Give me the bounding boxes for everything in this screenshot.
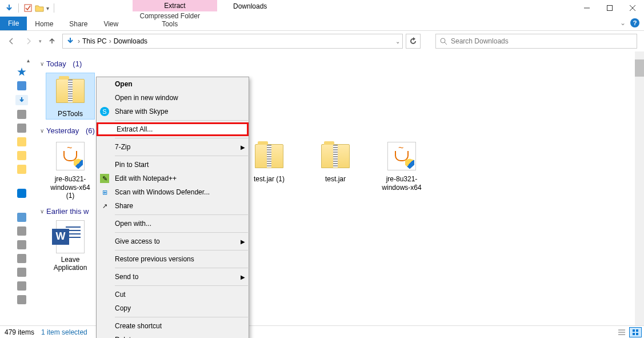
menu-7zip[interactable]: 7-Zip▶: [97, 140, 249, 154]
close-button[interactable]: [621, 0, 644, 16]
menu-share-skype[interactable]: SShare with Skype: [97, 105, 249, 118]
folder-down-icon: [5, 3, 14, 13]
nav-item[interactable]: [17, 81, 26, 90]
file-leave-application[interactable]: Leave Application: [46, 220, 95, 272]
tab-compressed-folder-tools[interactable]: Compressed Folder Tools: [127, 10, 212, 30]
menu-copy[interactable]: Copy: [97, 301, 249, 315]
svg-rect-11: [636, 329, 638, 332]
nav-this-pc[interactable]: [17, 213, 26, 222]
nav-item[interactable]: [17, 165, 26, 174]
menu-create-shortcut[interactable]: Create shortcut: [97, 319, 249, 333]
scrollbar-thumb[interactable]: [635, 59, 644, 77]
menu-delete[interactable]: Delete: [97, 333, 249, 338]
up-button[interactable]: [45, 34, 59, 48]
nav-item[interactable]: [17, 281, 26, 291]
breadcrumb-this-pc[interactable]: This PC: [82, 37, 107, 45]
search-input[interactable]: [451, 37, 633, 45]
chevron-down-icon[interactable]: ∨: [40, 61, 44, 67]
skype-icon: S: [100, 107, 109, 116]
refresh-button[interactable]: [406, 34, 421, 49]
word-doc-icon: [56, 220, 85, 253]
qat-properties-icon[interactable]: [23, 3, 33, 13]
tab-view[interactable]: View: [95, 18, 126, 30]
chevron-down-icon[interactable]: ∨: [40, 128, 44, 134]
svg-rect-0: [25, 5, 31, 11]
java-exe-icon: [56, 142, 85, 170]
minimize-button[interactable]: [575, 0, 598, 16]
chevron-right-icon[interactable]: ›: [109, 37, 111, 45]
menu-send-to[interactable]: Send to▶: [97, 270, 249, 284]
file-jre-1[interactable]: jre-8u321-windows-x64 (1): [46, 140, 95, 200]
downloads-folder-icon: [65, 36, 75, 46]
menu-give-access[interactable]: Give access to▶: [97, 234, 249, 248]
scroll-up-icon[interactable]: ▴: [27, 57, 30, 63]
qat-dropdown-icon[interactable]: ▾: [46, 5, 49, 11]
nav-quick-access[interactable]: [17, 67, 26, 77]
submenu-arrow-icon: ▶: [241, 238, 245, 245]
java-exe-icon: [387, 142, 416, 170]
file-testjar-1[interactable]: test.jar (1): [245, 140, 294, 200]
nav-item[interactable]: [17, 137, 26, 146]
nav-item[interactable]: [17, 295, 26, 304]
menu-open-with[interactable]: Open with...: [97, 217, 249, 230]
maximize-button[interactable]: [598, 0, 621, 16]
submenu-arrow-icon: ▶: [241, 144, 245, 150]
nav-item[interactable]: [17, 254, 26, 263]
menu-open[interactable]: Open: [97, 77, 249, 91]
defender-icon: ⊞: [100, 188, 109, 197]
vertical-scrollbar[interactable]: [635, 51, 644, 325]
group-today[interactable]: ∨ Today (1): [40, 59, 639, 68]
nav-item[interactable]: [17, 268, 26, 277]
svg-point-5: [441, 38, 445, 43]
back-button[interactable]: [5, 34, 18, 48]
menu-restore-previous[interactable]: Restore previous versions: [97, 252, 249, 266]
help-icon[interactable]: ?: [630, 18, 639, 27]
nav-onedrive[interactable]: [17, 189, 26, 198]
context-menu: Open Open in new window SShare with Skyp…: [96, 77, 249, 338]
menu-share[interactable]: ↗Share: [97, 199, 249, 213]
folder-icon: [35, 3, 44, 13]
search-box[interactable]: [435, 34, 637, 49]
details-view-button[interactable]: [615, 327, 628, 337]
zip-folder-icon: [255, 144, 283, 168]
menu-edit-notepad[interactable]: ✎Edit with Notepad++: [97, 172, 249, 185]
notepadpp-icon: ✎: [100, 174, 109, 183]
address-bar[interactable]: › This PC › Downloads ⌄: [62, 34, 403, 49]
tab-share[interactable]: Share: [61, 18, 95, 30]
zip-folder-icon: [321, 144, 350, 168]
address-dropdown-icon[interactable]: ⌄: [395, 38, 400, 45]
status-selected-count: 1 item selected: [41, 328, 87, 336]
nav-item[interactable]: [17, 151, 26, 160]
nav-item[interactable]: [17, 226, 26, 236]
title-bar: ▾ Extract Downloads: [0, 0, 644, 16]
chevron-down-icon[interactable]: ∨: [40, 208, 44, 214]
menu-pin-start[interactable]: Pin to Start: [97, 158, 249, 172]
navigation-pane[interactable]: ▴: [0, 51, 33, 325]
svg-line-6: [445, 42, 447, 45]
file-pstools[interactable]: PSTools: [46, 73, 95, 120]
zip-folder-icon: [56, 79, 85, 103]
svg-rect-13: [636, 333, 638, 335]
nav-item[interactable]: [17, 124, 26, 133]
breadcrumb-downloads[interactable]: Downloads: [114, 37, 147, 45]
tab-file[interactable]: File: [0, 17, 27, 30]
svg-rect-2: [607, 6, 613, 11]
menu-scan-defender[interactable]: ⊞Scan with Windows Defender...: [97, 185, 249, 199]
nav-item[interactable]: [17, 240, 26, 249]
ribbon-tabs: File Home Share View Compressed Folder T…: [0, 16, 644, 31]
menu-open-new-window[interactable]: Open in new window: [97, 91, 249, 105]
search-icon: [439, 37, 447, 45]
tab-home[interactable]: Home: [27, 18, 61, 30]
file-testjar[interactable]: test.jar: [311, 140, 360, 200]
chevron-right-icon[interactable]: ›: [78, 37, 80, 45]
history-dropdown-icon[interactable]: ▾: [39, 38, 42, 44]
submenu-arrow-icon: ▶: [241, 274, 245, 280]
nav-item[interactable]: [17, 110, 26, 119]
ribbon-expand-icon[interactable]: ⌄: [620, 19, 626, 27]
menu-extract-all[interactable]: Extract All...: [97, 122, 249, 136]
nav-downloads[interactable]: [15, 95, 28, 105]
forward-button[interactable]: [22, 34, 35, 48]
file-jre-2[interactable]: jre-8u321-windows-x64: [377, 140, 426, 200]
menu-cut[interactable]: Cut: [97, 288, 249, 301]
icons-view-button[interactable]: [629, 327, 642, 337]
